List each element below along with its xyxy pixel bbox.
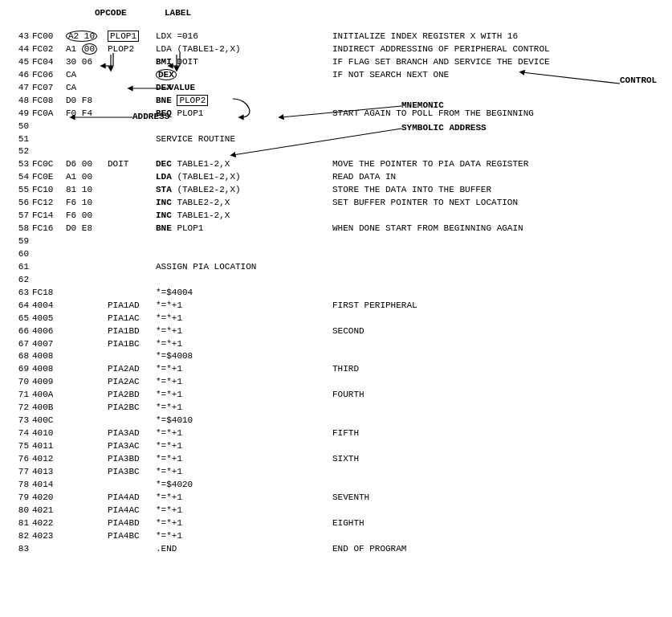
label-66: PIA1BD [106, 325, 154, 338]
op-64 [64, 300, 106, 313]
line-59: 59 [8, 235, 664, 248]
mnem-46: DEX [154, 69, 331, 82]
linenum-66: 66 [8, 325, 31, 338]
linenum-54: 54 [8, 171, 31, 184]
line-77: 77 4013 PIA3BC *=*+1 [8, 466, 664, 479]
linenum-62: 62 [8, 274, 31, 287]
line-72: 72 400B PIA2BC *=*+1 [8, 402, 664, 415]
label-67: PIA1BC [106, 338, 154, 351]
op-51 [64, 133, 106, 146]
linenum-59: 59 [8, 235, 31, 248]
mnem-45: BMI DOIT [154, 56, 331, 69]
code-table: 43 FC00 A2 10 PLOP1 LDX =016 INITIALIZE … [8, 31, 664, 555]
comment-57 [331, 210, 664, 223]
addr-76: 4012 [31, 453, 64, 466]
comment-70 [331, 376, 664, 389]
line-57: 57 FC14 F6 00 INC TABLE1-2,X [8, 210, 664, 223]
mnem-82: *=*+1 [154, 530, 331, 543]
line-68: 68 4008 *=$4008 [8, 350, 664, 363]
linenum-70: 70 [8, 376, 31, 389]
mnem-48: BNE PLOP2 [154, 95, 331, 108]
op-53: D6 00 [64, 158, 106, 171]
comment-56: SET BUFFER POINTER TO NEXT LOCATION [331, 197, 664, 210]
addr-70: 4009 [31, 376, 64, 389]
comment-76: SIXTH [331, 453, 664, 466]
comment-55: STORE THE DATA INTO THE BUFFER [331, 184, 664, 197]
op-43: A2 10 [64, 31, 106, 43]
mnem-81: *=*+1 [154, 517, 331, 530]
comment-80 [331, 505, 664, 517]
op-66 [64, 325, 106, 338]
line-79: 79 4020 PIA4AD *=*+1 SEVENTH [8, 492, 664, 505]
opcode-annotation: OPCODE [95, 8, 127, 18]
mnem-74: *=*+1 [154, 427, 331, 440]
mnem-75: *=*+1 [154, 440, 331, 453]
line-52: 52 [8, 145, 664, 158]
linenum-60: 60 [8, 248, 31, 261]
mnem-73: *=$4010 [154, 415, 331, 427]
mnem-53: DEC TABLE1-2,X [154, 158, 331, 171]
label-68 [106, 350, 154, 363]
line-76: 76 4012 PIA3BD *=*+1 SIXTH [8, 453, 664, 466]
comment-75 [331, 440, 664, 453]
line-51: 51 SERVICE ROUTINE [8, 133, 664, 146]
op-63 [64, 287, 106, 300]
empty-52 [31, 145, 664, 158]
mnem-72: *=*+1 [154, 402, 331, 415]
linenum-64: 64 [8, 300, 31, 313]
label-81: PIA4BD [106, 517, 154, 530]
op-80 [64, 505, 106, 517]
op-75 [64, 440, 106, 453]
line-70: 70 4009 PIA2AC *=*+1 [8, 376, 664, 389]
addr-51 [31, 133, 64, 146]
linenum-82: 82 [8, 530, 31, 543]
op-58: D0 E8 [64, 223, 106, 235]
addr-79: 4020 [31, 492, 64, 505]
label-box-plop1: PLOP1 [108, 31, 139, 42]
linenum-80: 80 [8, 505, 31, 517]
addr-49: FC0A [31, 108, 64, 121]
header-annotations: OPCODE LABEL [8, 6, 664, 31]
addr-53: FC0C [31, 158, 64, 171]
empty-50 [31, 121, 664, 133]
addr-69: 4008 [31, 363, 64, 376]
line-58: 58 FC16 D0 E8 BNE PLOP1 WHEN DONE START … [8, 223, 664, 235]
linenum-68: 68 [8, 350, 31, 363]
op-69 [64, 363, 106, 376]
op-61 [64, 261, 106, 274]
label-58 [106, 223, 154, 235]
label-70: PIA2AC [106, 376, 154, 389]
mnem-68: *=$4008 [154, 350, 331, 363]
comment-61 [331, 261, 664, 274]
linenum-79: 79 [8, 492, 31, 505]
label-80: PIA4AC [106, 505, 154, 517]
linenum-47: 47 [8, 82, 31, 95]
comment-47 [331, 82, 664, 95]
addr-61 [31, 261, 64, 274]
addr-46: FC06 [31, 69, 64, 82]
comment-83: END OF PROGRAM [331, 543, 664, 556]
comment-81: EIGHTH [331, 517, 664, 530]
label-73 [106, 415, 154, 427]
op-44: A1 00 [64, 43, 106, 56]
addr-66: 4006 [31, 325, 64, 338]
mnem-66: *=*+1 [154, 325, 331, 338]
op-70 [64, 376, 106, 389]
addr-45: FC04 [31, 56, 64, 69]
mnem-70: *=*+1 [154, 376, 331, 389]
linenum-71: 71 [8, 389, 31, 402]
op-77 [64, 466, 106, 479]
line-50: 50 [8, 121, 664, 133]
addr-65: 4005 [31, 313, 64, 325]
comment-66: SECOND [331, 325, 664, 338]
op-circle-43: A2 10 [66, 31, 97, 42]
label-53: DOIT [106, 158, 154, 171]
op-81 [64, 517, 106, 530]
op-55: 81 10 [64, 184, 106, 197]
comment-65 [331, 313, 664, 325]
line-71: 71 400A PIA2BD *=*+1 FOURTH [8, 389, 664, 402]
op-47: CA [64, 82, 106, 95]
line-43: 43 FC00 A2 10 PLOP1 LDX =016 INITIALIZE … [8, 31, 664, 43]
addr-83 [31, 543, 64, 556]
label-76: PIA3BD [106, 453, 154, 466]
